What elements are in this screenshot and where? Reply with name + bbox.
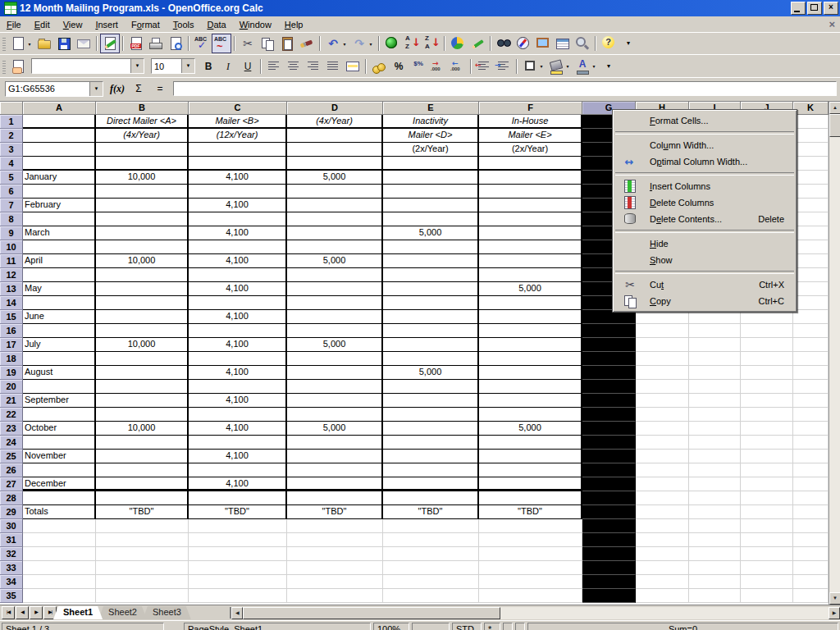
cell-a33[interactable] [23, 561, 96, 575]
formula-input[interactable] [173, 81, 837, 96]
cell-c26[interactable] [189, 463, 287, 477]
cell-j20[interactable] [741, 380, 793, 394]
cell-h20[interactable] [636, 380, 689, 394]
cell-e14[interactable] [383, 296, 479, 310]
name-box-value[interactable]: G1:G65536 [6, 84, 89, 94]
cell-h22[interactable] [636, 408, 689, 422]
cell-i26[interactable] [689, 463, 741, 477]
cell-f18[interactable] [479, 352, 582, 366]
cell-c32[interactable] [189, 547, 287, 561]
cell-f27[interactable] [479, 477, 582, 491]
row-header-7[interactable]: 7 [0, 199, 23, 212]
cell-d22[interactable] [287, 408, 383, 422]
cell-a26[interactable] [23, 463, 96, 477]
row-header-10[interactable]: 10 [0, 240, 23, 254]
cell-g29[interactable] [582, 505, 636, 519]
dropdown-arrow-icon[interactable]: ▾ [341, 41, 348, 47]
previous-sheet-button[interactable]: ◀ [16, 606, 29, 619]
cell-d7[interactable] [287, 199, 383, 212]
menu-view[interactable]: View [57, 18, 89, 31]
standard-toolbar-grip[interactable] [2, 36, 6, 51]
cell-j29[interactable] [741, 505, 793, 519]
cell-e20[interactable] [383, 380, 479, 394]
context-menu-item-cut[interactable]: ✂CutCtrl+X [614, 276, 796, 293]
cell-a3[interactable] [23, 143, 96, 157]
cell-k34[interactable] [793, 575, 829, 589]
cell-d1[interactable]: (4x/Year) [287, 115, 383, 129]
cell-b3[interactable] [96, 143, 189, 157]
scroll-down-icon[interactable]: ▼ [829, 592, 840, 605]
cell-g19[interactable] [582, 366, 636, 380]
menu-data[interactable]: Data [200, 18, 232, 31]
cell-a21[interactable]: September [23, 394, 96, 408]
function-button[interactable]: = [150, 81, 170, 96]
row-header-1[interactable]: 1 [0, 115, 23, 129]
toolbar-button-delete-decimal[interactable]: ←.000 [448, 57, 468, 76]
sheet-tab-sheet2[interactable]: Sheet2 [98, 606, 147, 619]
toolbar-button-open[interactable] [34, 34, 54, 53]
context-menu-item-delete-contents[interactable]: Delete Contents...Delete [614, 211, 796, 227]
cell-k10[interactable] [793, 240, 829, 254]
toolbar-button-hyperlink[interactable] [382, 34, 402, 53]
toolbar-button-find-replace[interactable] [494, 34, 514, 53]
cell-c14[interactable] [189, 296, 287, 310]
cell-j35[interactable] [741, 589, 793, 603]
cell-a24[interactable] [23, 436, 96, 450]
cell-f30[interactable] [479, 519, 582, 533]
toolbar-button-merge-cells[interactable] [343, 57, 363, 76]
cell-b4[interactable] [96, 157, 189, 171]
cell-c34[interactable] [189, 575, 287, 589]
column-header-d[interactable]: D [287, 102, 383, 115]
cell-a6[interactable] [23, 185, 96, 199]
cell-g33[interactable] [582, 561, 636, 575]
row-header-33[interactable]: 33 [0, 561, 23, 575]
dropdown-arrow-icon[interactable]: ▾ [368, 41, 374, 47]
cell-e15[interactable] [383, 310, 479, 324]
sheet-tab-sheet1[interactable]: Sheet1 [53, 606, 103, 619]
cell-k1[interactable] [793, 115, 829, 129]
cell-f15[interactable] [479, 310, 582, 324]
row-header-25[interactable]: 25 [0, 450, 23, 463]
cell-j23[interactable] [741, 422, 793, 436]
font-size-dropdown-icon[interactable]: ▼ [181, 59, 194, 73]
cell-g27[interactable] [582, 477, 636, 491]
cell-f9[interactable] [479, 226, 582, 240]
cell-b16[interactable] [96, 324, 189, 338]
cell-f12[interactable] [479, 268, 582, 282]
cell-k19[interactable] [793, 366, 829, 380]
cell-e5[interactable] [383, 171, 479, 185]
cell-b10[interactable] [96, 240, 189, 254]
cell-i27[interactable] [689, 477, 741, 491]
cell-j33[interactable] [741, 561, 793, 575]
cell-b29[interactable]: "TBD" [96, 505, 189, 519]
cell-d27[interactable] [287, 477, 383, 491]
close-button[interactable]: × [824, 2, 838, 15]
vertical-scrollbar[interactable]: ▲ ▼ [829, 102, 840, 605]
cell-d2[interactable] [287, 129, 383, 143]
cell-k25[interactable] [793, 450, 829, 463]
cell-i23[interactable] [689, 422, 741, 436]
cell-i22[interactable] [689, 408, 741, 422]
cell-b14[interactable] [96, 296, 189, 310]
cell-b34[interactable] [96, 575, 189, 589]
cell-e7[interactable] [383, 199, 479, 212]
cell-k2[interactable] [793, 129, 829, 143]
toolbar-button-help[interactable]: ? [599, 34, 619, 53]
cell-f35[interactable] [479, 589, 582, 603]
cell-a2[interactable] [23, 129, 96, 143]
cell-d35[interactable] [287, 589, 383, 603]
cell-b13[interactable] [96, 282, 189, 296]
toolbar-button-draw-functions[interactable] [468, 34, 487, 53]
toolbar-button-bold[interactable]: B [199, 57, 218, 76]
cell-a25[interactable]: November [23, 450, 96, 463]
cell-e3[interactable]: (2x/Year) [383, 143, 479, 157]
dropdown-arrow-icon[interactable]: ▾ [564, 63, 571, 69]
cell-i24[interactable] [689, 436, 741, 450]
cell-c24[interactable] [189, 436, 287, 450]
cell-a10[interactable] [23, 240, 96, 254]
cell-c1[interactable]: Mailer <B> [189, 115, 287, 129]
cell-c28[interactable] [189, 491, 287, 505]
cell-g18[interactable] [582, 352, 636, 366]
cell-k15[interactable] [793, 310, 829, 324]
cell-a17[interactable]: July [23, 338, 96, 352]
